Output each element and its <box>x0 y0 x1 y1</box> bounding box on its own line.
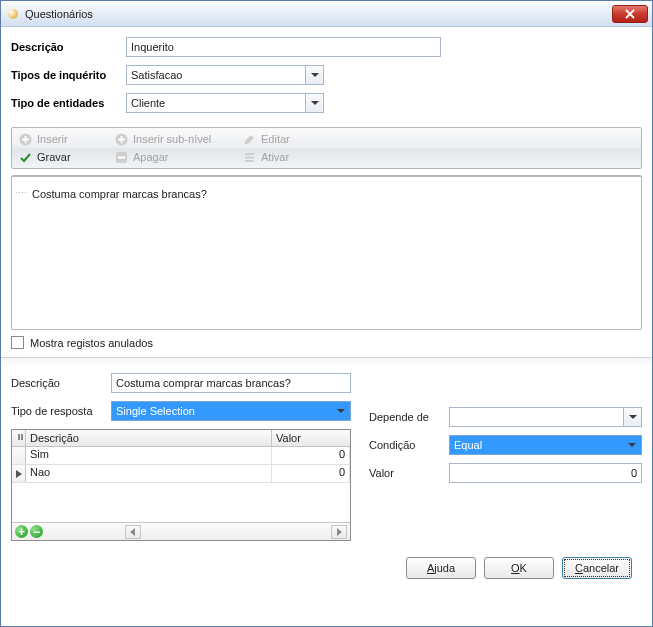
check-icon <box>18 150 32 164</box>
detail-descricao-input[interactable] <box>111 373 351 393</box>
cell-valor[interactable]: 0 <box>272 465 350 482</box>
tipo-entidades-value[interactable] <box>126 93 324 113</box>
svg-rect-3 <box>18 434 20 440</box>
tipo-entidades-label: Tipo de entidades <box>11 97 126 109</box>
close-button[interactable] <box>612 5 648 23</box>
chevron-down-icon[interactable] <box>623 436 641 454</box>
grid-col-descricao[interactable]: Descrição <box>26 430 272 446</box>
tipo-resposta-select[interactable]: Single Selection <box>111 401 351 421</box>
inserir-button[interactable]: Inserir <box>18 132 114 146</box>
title-bar: Questionários <box>1 1 652 27</box>
apagar-button[interactable]: Apagar <box>114 150 242 164</box>
cell-desc[interactable]: Sim <box>26 447 272 464</box>
tipos-inquerito-select[interactable] <box>126 65 324 85</box>
add-row-button[interactable]: + <box>15 525 28 538</box>
ajuda-button[interactable]: Ajuda <box>406 557 476 579</box>
grid-rowheader-handle[interactable] <box>12 430 26 446</box>
table-row[interactable]: Nao 0 <box>12 465 350 483</box>
cancelar-button[interactable]: Cancelar <box>562 557 632 579</box>
depende-de-select[interactable] <box>449 407 642 427</box>
detail-descricao-label: Descrição <box>11 377 103 389</box>
valor-input[interactable] <box>449 463 642 483</box>
window-title: Questionários <box>25 8 93 20</box>
chevron-down-icon[interactable] <box>305 66 323 84</box>
chevron-down-icon[interactable] <box>305 94 323 112</box>
condicao-label: Condição <box>369 439 441 451</box>
tree-item[interactable]: Costuma comprar marcas brancas? <box>16 185 637 203</box>
depende-de-value[interactable] <box>449 407 642 427</box>
actions-toolbar: Inserir Inserir sub-nível Editar Gravar … <box>11 127 642 169</box>
minus-square-icon <box>114 150 128 164</box>
gravar-button[interactable]: Gravar <box>18 150 114 164</box>
app-icon <box>5 6 21 22</box>
ativar-button[interactable]: Ativar <box>242 150 360 164</box>
inserir-subnivel-button[interactable]: Inserir sub-nível <box>114 132 242 146</box>
list-icon <box>242 150 256 164</box>
descricao-label: Descrição <box>11 41 126 53</box>
mostra-anulados-checkbox[interactable] <box>11 336 24 349</box>
pencil-icon <box>242 132 256 146</box>
remove-row-button[interactable]: − <box>30 525 43 538</box>
tipo-entidades-select[interactable] <box>126 93 324 113</box>
section-divider <box>1 357 652 367</box>
tipo-resposta-value[interactable]: Single Selection <box>111 401 351 421</box>
condicao-select[interactable]: Equal <box>449 435 642 455</box>
scroll-right-icon[interactable] <box>331 525 347 539</box>
chevron-down-icon[interactable] <box>332 402 350 420</box>
depende-de-label: Depende de <box>369 411 441 423</box>
condicao-value[interactable]: Equal <box>449 435 642 455</box>
plus-circle-icon <box>114 132 128 146</box>
gravar-label: Gravar <box>37 151 71 163</box>
close-icon <box>625 9 635 19</box>
svg-rect-4 <box>21 434 23 440</box>
table-row[interactable]: Sim 0 <box>12 447 350 465</box>
tipo-resposta-label: Tipo de resposta <box>11 405 103 417</box>
editar-button[interactable]: Editar <box>242 132 360 146</box>
row-indicator-current <box>12 465 26 482</box>
ativar-label: Ativar <box>261 151 289 163</box>
cell-valor[interactable]: 0 <box>272 447 350 464</box>
apagar-label: Apagar <box>133 151 168 163</box>
editar-label: Editar <box>261 133 290 145</box>
answers-grid[interactable]: Descrição Valor Sim 0 Nao 0 <box>11 429 351 541</box>
tipos-inquerito-label: Tipos de inquérito <box>11 69 126 81</box>
scroll-left-icon[interactable] <box>125 525 141 539</box>
cell-desc[interactable]: Nao <box>26 465 272 482</box>
ok-button[interactable]: OK <box>484 557 554 579</box>
chevron-down-icon[interactable] <box>623 408 641 426</box>
mostra-anulados-label: Mostra registos anulados <box>30 337 153 349</box>
horizontal-scrollbar[interactable] <box>125 525 347 539</box>
descricao-input[interactable] <box>126 37 441 57</box>
tipos-inquerito-value[interactable] <box>126 65 324 85</box>
inserir-subnivel-label: Inserir sub-nível <box>133 133 211 145</box>
questions-tree[interactable]: Costuma comprar marcas brancas? <box>11 175 642 330</box>
valor-label: Valor <box>369 467 441 479</box>
grid-col-valor[interactable]: Valor <box>272 430 350 446</box>
plus-circle-icon <box>18 132 32 146</box>
row-indicator <box>12 447 26 464</box>
inserir-label: Inserir <box>37 133 68 145</box>
